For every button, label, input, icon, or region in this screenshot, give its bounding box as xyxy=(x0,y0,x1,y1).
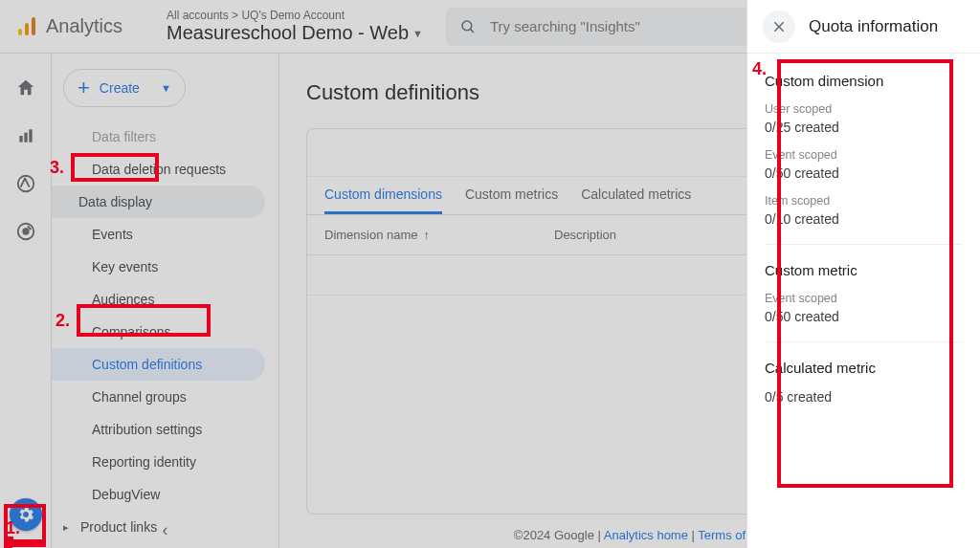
column-dimension-name[interactable]: Dimension name ↑ xyxy=(324,228,554,242)
sidebar-item-comparisons[interactable]: Comparisons xyxy=(52,316,265,348)
sidebar-item-data-display[interactable]: Data display xyxy=(52,186,265,218)
quota-section-calculated-metric: Calculated metric 0/5 created xyxy=(765,360,963,422)
reports-icon[interactable] xyxy=(12,122,39,149)
svg-rect-2 xyxy=(32,17,35,35)
sidebar-item-reporting-identity[interactable]: Reporting identity xyxy=(52,446,265,478)
tab-custom-dimensions[interactable]: Custom dimensions xyxy=(324,186,442,214)
sidebar-item-data-deletion[interactable]: Data deletion requests xyxy=(52,153,265,186)
footer-link-analytics-home[interactable]: Analytics home xyxy=(604,528,688,542)
sidebar-item-debugview[interactable]: DebugView xyxy=(52,478,265,511)
sidebar-item-channel-groups[interactable]: Channel groups xyxy=(52,381,265,413)
close-button[interactable] xyxy=(763,11,795,43)
quota-section-custom-dimension: Custom dimension User scoped 0/25 create… xyxy=(765,73,963,245)
svg-point-8 xyxy=(17,176,33,192)
sidebar-item-custom-definitions[interactable]: Custom definitions xyxy=(52,348,265,381)
search-input-container[interactable] xyxy=(446,8,762,46)
tab-calculated-metrics[interactable]: Calculated metrics xyxy=(581,186,691,214)
quota-panel-title: Quota information xyxy=(809,17,938,36)
admin-gear-button[interactable] xyxy=(10,498,42,531)
product-logo: Analytics xyxy=(15,15,149,38)
sidebar-item-key-events[interactable]: Key events xyxy=(52,251,265,283)
svg-rect-5 xyxy=(19,136,22,142)
collapse-nav-button[interactable]: ‹ xyxy=(163,520,168,540)
sidebar-item-data-filters[interactable]: Data filters xyxy=(52,121,265,153)
quota-section-custom-metric: Custom metric Event scoped 0/50 created xyxy=(765,262,963,342)
breadcrumb-path: All accounts > UQ's Demo Account xyxy=(167,9,429,22)
create-button-label: Create xyxy=(100,80,140,96)
advertising-icon[interactable] xyxy=(12,218,39,245)
admin-side-nav: + Create ▼ Data filters Data deletion re… xyxy=(52,54,279,548)
chevron-down-icon: ▼ xyxy=(161,82,171,94)
nav-rail xyxy=(0,54,52,548)
search-input[interactable] xyxy=(490,18,748,34)
analytics-logo-icon xyxy=(15,15,38,38)
sidebar-item-product-links[interactable]: Product links xyxy=(52,511,265,543)
svg-rect-0 xyxy=(18,29,22,35)
search-icon xyxy=(459,18,477,35)
property-name: Measureschool Demo - Web ▼ xyxy=(167,22,429,44)
sort-arrow-up-icon: ↑ xyxy=(424,228,431,242)
svg-point-3 xyxy=(462,21,472,31)
column-description: Description xyxy=(554,228,616,242)
plus-icon: + xyxy=(78,77,90,99)
footer-link-terms[interactable]: Terms of xyxy=(698,528,746,542)
svg-point-10 xyxy=(23,229,29,234)
svg-rect-7 xyxy=(29,129,32,142)
create-button[interactable]: + Create ▼ xyxy=(63,69,186,107)
quota-panel-header: Quota information xyxy=(747,0,980,54)
quota-panel: Quota information Custom dimension User … xyxy=(746,0,980,548)
quota-heading-calculated-metric: Calculated metric xyxy=(765,360,963,376)
explore-icon[interactable] xyxy=(12,170,39,197)
sidebar-item-audiences[interactable]: Audiences xyxy=(52,283,265,316)
svg-line-4 xyxy=(470,29,474,33)
quota-heading-custom-metric: Custom metric xyxy=(765,262,963,278)
sidebar-item-events[interactable]: Events xyxy=(52,218,265,251)
svg-rect-1 xyxy=(25,23,29,35)
quota-heading-custom-dimension: Custom dimension xyxy=(765,73,963,89)
chevron-down-icon: ▼ xyxy=(412,28,423,39)
tab-custom-metrics[interactable]: Custom metrics xyxy=(465,186,558,214)
svg-rect-6 xyxy=(24,133,27,142)
home-icon[interactable] xyxy=(12,75,39,101)
sidebar-item-attribution[interactable]: Attribution settings xyxy=(52,413,265,446)
account-picker[interactable]: All accounts > UQ's Demo Account Measure… xyxy=(159,9,436,44)
product-name: Analytics xyxy=(46,15,122,37)
